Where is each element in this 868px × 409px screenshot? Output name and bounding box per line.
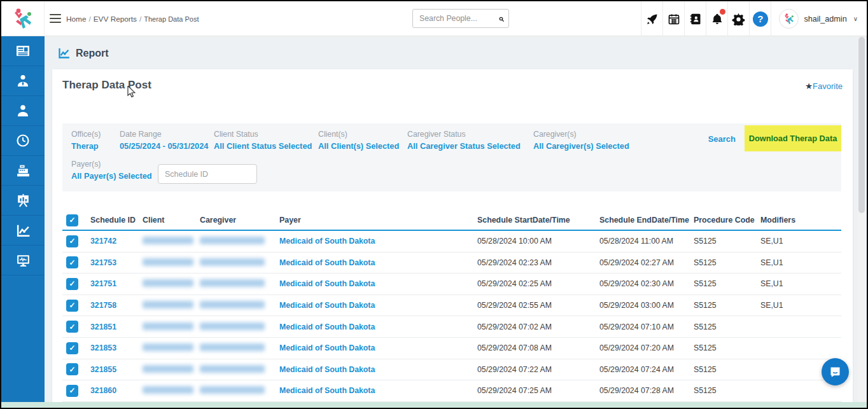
- settings-gear-icon[interactable]: [727, 1, 749, 36]
- search-icon[interactable]: ⌕: [498, 13, 503, 24]
- sidebar-item-caregivers[interactable]: [1, 66, 45, 96]
- user-menu[interactable]: shail_admin ∨: [771, 1, 862, 36]
- client-link-redacted[interactable]: [143, 365, 193, 373]
- client-icon: [15, 103, 31, 118]
- vertical-scrollbar[interactable]: [858, 36, 865, 402]
- schedule-id-link[interactable]: 321742: [90, 237, 143, 246]
- people-search[interactable]: ⌕: [412, 9, 509, 28]
- clock-icon: [15, 133, 31, 148]
- filter-clients-value[interactable]: All Client(s) Selected: [318, 141, 407, 151]
- schedule-id-link[interactable]: 321853: [90, 343, 143, 352]
- download-therap-data-button[interactable]: Download Therap Data: [745, 125, 841, 151]
- client-link-redacted[interactable]: [143, 322, 193, 330]
- payer-link[interactable]: Medicaid of South Dakota: [279, 301, 477, 310]
- payer-link[interactable]: Medicaid of South Dakota: [279, 365, 477, 374]
- schedule-start: 05/29/2024 07:08 AM: [477, 343, 599, 352]
- caregiver-link-redacted[interactable]: [200, 343, 265, 351]
- notifications-bell-icon[interactable]: [706, 1, 727, 36]
- caregiver-link-redacted[interactable]: [200, 301, 265, 308]
- client-link-redacted[interactable]: [143, 343, 193, 351]
- logo-icon: [12, 8, 34, 31]
- row-checkbox[interactable]: ✓: [66, 385, 78, 397]
- client-link-redacted[interactable]: [143, 279, 193, 287]
- chat-widget-button[interactable]: [822, 358, 849, 385]
- payer-link[interactable]: Medicaid of South Dakota: [279, 258, 477, 267]
- breadcrumb-evv-reports[interactable]: EVV Reports: [94, 15, 137, 24]
- caregiver-link-redacted[interactable]: [200, 322, 265, 330]
- client-link-redacted[interactable]: [143, 386, 193, 394]
- favorite-button[interactable]: ★Favorite: [805, 81, 843, 91]
- filter-offices: Office(s) Therap: [71, 130, 120, 151]
- sidebar: [1, 36, 45, 402]
- caregiver-icon: [15, 73, 31, 88]
- row-checkbox[interactable]: ✓: [66, 235, 78, 247]
- schedule-id-input[interactable]: [158, 164, 257, 184]
- sidebar-item-billing[interactable]: [1, 156, 45, 186]
- schedule-id-link[interactable]: 321753: [90, 258, 143, 267]
- sidebar-item-analytics[interactable]: [1, 186, 45, 216]
- sidebar-item-dashboard[interactable]: [1, 36, 45, 66]
- col-end: Schedule EndDate/Time: [599, 216, 694, 225]
- search-button[interactable]: Search: [708, 134, 736, 144]
- rocket-icon[interactable]: [641, 1, 662, 36]
- help-icon[interactable]: ?: [749, 1, 771, 36]
- breadcrumb: Home/EVV Reports/Therap Data Post: [66, 15, 199, 24]
- filter-caregiver-status-value[interactable]: All Caregiver Status Selected: [407, 141, 533, 151]
- filter-caregivers-value[interactable]: All Caregiver(s) Selected: [533, 141, 648, 151]
- schedule-start: 05/29/2024 02:23 AM: [477, 258, 599, 267]
- filter-clients: Client(s) All Client(s) Selected: [318, 130, 407, 151]
- select-all-checkbox[interactable]: ✓: [66, 214, 78, 226]
- payer-link[interactable]: Medicaid of South Dakota: [279, 237, 477, 246]
- row-checkbox[interactable]: ✓: [66, 278, 78, 290]
- caregiver-link-redacted[interactable]: [200, 365, 265, 373]
- filter-offices-value[interactable]: Therap: [71, 141, 120, 151]
- contacts-icon[interactable]: [684, 1, 706, 36]
- client-link-redacted[interactable]: [143, 258, 193, 266]
- schedule-start: 05/29/2024 07:25 AM: [477, 386, 599, 395]
- table-row: ✓ 321758 Medicaid of South Dakota 05/29/…: [62, 295, 841, 317]
- schedule-id-link[interactable]: 321751: [90, 279, 143, 288]
- payer-link[interactable]: Medicaid of South Dakota: [279, 386, 477, 395]
- filter-payers-value[interactable]: All Payer(s) Selected: [71, 171, 152, 181]
- menu-toggle-icon[interactable]: [50, 14, 61, 23]
- caregiver-link-redacted[interactable]: [200, 258, 265, 266]
- row-checkbox[interactable]: ✓: [66, 300, 78, 312]
- row-checkbox[interactable]: ✓: [66, 256, 78, 268]
- schedule-end: 05/29/2024 02:27 AM: [599, 258, 694, 267]
- scrollbar-thumb[interactable]: [858, 37, 865, 213]
- col-procedure-code: Procedure Code: [694, 216, 760, 225]
- payer-link[interactable]: Medicaid of South Dakota: [279, 322, 477, 331]
- schedule-start: 05/29/2024 07:22 AM: [477, 365, 599, 374]
- procedure-code: S5125: [694, 386, 760, 395]
- payer-link[interactable]: Medicaid of South Dakota: [279, 279, 477, 288]
- caregiver-link-redacted[interactable]: [200, 237, 265, 244]
- caregiver-link-redacted[interactable]: [200, 279, 265, 287]
- calendar-icon[interactable]: [662, 1, 684, 36]
- sidebar-item-clients[interactable]: [1, 96, 45, 126]
- row-checkbox[interactable]: ✓: [66, 342, 78, 354]
- sidebar-item-monitoring[interactable]: [1, 246, 45, 275]
- breadcrumb-current: Therap Data Post: [144, 15, 199, 23]
- schedule-id-link[interactable]: 321855: [90, 365, 143, 374]
- app-logo[interactable]: [1, 1, 45, 36]
- schedule-id-link[interactable]: 321758: [90, 301, 143, 310]
- sidebar-item-scheduling[interactable]: [1, 126, 45, 156]
- row-checkbox[interactable]: ✓: [66, 363, 78, 375]
- filter-client-status-value[interactable]: All Client Status Selected: [214, 141, 318, 151]
- newspaper-icon: [15, 43, 31, 59]
- schedule-start: 05/28/2024 10:00 AM: [477, 237, 599, 246]
- payer-link[interactable]: Medicaid of South Dakota: [279, 343, 477, 352]
- schedule-end: 05/29/2024 03:00 AM: [599, 301, 694, 310]
- schedule-id-link[interactable]: 321860: [90, 386, 143, 395]
- row-checkbox[interactable]: ✓: [66, 321, 78, 333]
- caregiver-link-redacted[interactable]: [200, 386, 265, 394]
- search-input[interactable]: [419, 14, 498, 23]
- breadcrumb-home[interactable]: Home: [66, 15, 86, 24]
- schedule-id-link[interactable]: 321851: [90, 322, 143, 331]
- table-row: ✓ 321855 Medicaid of South Dakota 05/29/…: [62, 359, 841, 381]
- filter-date-range-value[interactable]: 05/25/2024 - 05/31/2024: [120, 141, 214, 151]
- sidebar-item-reports[interactable]: [1, 216, 45, 246]
- client-link-redacted[interactable]: [143, 237, 193, 244]
- client-link-redacted[interactable]: [143, 301, 193, 308]
- table-row: ✓ 321851 Medicaid of South Dakota 05/29/…: [62, 316, 841, 338]
